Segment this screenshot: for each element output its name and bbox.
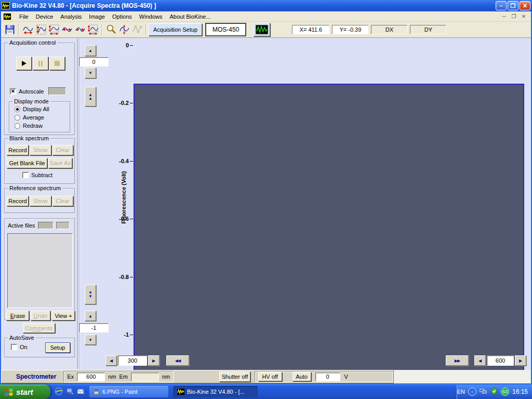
x-scroll-right-button[interactable]: ▶▶ bbox=[446, 355, 469, 366]
acquire-spectra-workspace: Acquisition control ✕ Autoscale Display … bbox=[1, 38, 531, 369]
shutter-toggle-button[interactable]: Shutter off bbox=[219, 371, 250, 382]
close-button[interactable]: ✕ bbox=[520, 1, 530, 10]
right-arrow-icon: ▶ bbox=[519, 359, 522, 363]
display-all-radio[interactable] bbox=[15, 107, 20, 112]
zoom-x-axis-icon[interactable] bbox=[21, 23, 34, 36]
acquisition-setup-button[interactable]: Acquisition Setup bbox=[149, 23, 202, 36]
device-button[interactable]: MOS-450 bbox=[205, 23, 246, 36]
scale-between-cursors-icon[interactable] bbox=[73, 23, 86, 36]
x-min-increase-button[interactable]: ▶ bbox=[148, 355, 159, 366]
y-scale-expand-button[interactable]: ▲▲ bbox=[85, 87, 96, 107]
voltage-unit-label: V bbox=[344, 374, 348, 380]
y-tick-label: -1 bbox=[105, 331, 129, 338]
blank-clear-button: Clear bbox=[52, 145, 73, 155]
scale-x-icon[interactable] bbox=[60, 23, 73, 36]
acquisition-control-group: Acquisition control ✕ Autoscale Display … bbox=[4, 43, 75, 135]
x-scroll-left-button[interactable]: ◀◀ bbox=[166, 355, 189, 366]
outlook-express-icon[interactable] bbox=[77, 388, 85, 396]
hv-toggle-button[interactable]: HV off bbox=[258, 372, 282, 381]
magnifier-icon[interactable] bbox=[104, 23, 117, 36]
task-biokine[interactable]: Bio-Kine 32 V4.80 - [... bbox=[174, 386, 258, 397]
cursor-dy-readout: DY bbox=[410, 25, 446, 34]
excitation-wavelength-field[interactable] bbox=[77, 373, 105, 381]
toolbar-separator bbox=[145, 24, 147, 35]
menu-windows[interactable]: Windows bbox=[136, 12, 166, 21]
start-button[interactable]: start bbox=[0, 384, 50, 399]
cursor-trace-icon[interactable] bbox=[117, 23, 130, 36]
menu-image[interactable]: Image bbox=[85, 12, 109, 21]
pause-button bbox=[33, 57, 48, 70]
mdi-close-button[interactable]: ✕ bbox=[520, 14, 528, 19]
x-max-decrease-button[interactable]: ◀ bbox=[474, 355, 486, 366]
menu-options[interactable]: Options bbox=[109, 12, 136, 21]
active-file-swatch-2 bbox=[56, 222, 70, 229]
hide-icons-chevron-icon[interactable]: ‹ bbox=[468, 388, 476, 396]
y-min-decrease-button[interactable]: ▼ bbox=[85, 335, 96, 345]
oscilloscope-display-button[interactable] bbox=[254, 23, 270, 36]
clock[interactable]: 16:15 bbox=[512, 388, 528, 395]
scale-xy-region-icon[interactable] bbox=[86, 23, 99, 36]
task-paint[interactable]: 6.PNG - Paint bbox=[89, 386, 168, 397]
cursor-dx-readout: DX bbox=[371, 25, 407, 34]
y-tick-label: -0.4 bbox=[105, 158, 129, 164]
active-files-label: Active files bbox=[8, 222, 35, 229]
network-icon[interactable] bbox=[480, 388, 487, 396]
security-shield-icon[interactable] bbox=[490, 388, 498, 396]
y-max-decrease-button[interactable]: ▼ bbox=[85, 68, 96, 78]
spectrum-plot-area[interactable] bbox=[134, 84, 524, 374]
x-min-decrease-button[interactable]: ◀ bbox=[105, 355, 117, 366]
save-icon[interactable] bbox=[3, 23, 16, 36]
y-min-increase-button[interactable]: ▲ bbox=[85, 311, 96, 321]
display-mode-group: Display mode Display All Average Redraw bbox=[9, 101, 70, 132]
average-radio[interactable] bbox=[15, 115, 20, 121]
language-indicator[interactable]: EN bbox=[457, 389, 465, 395]
spectrometer-status-bar: Spectrometer Ex nm Em nm Shutter off HV … bbox=[0, 370, 532, 383]
view-plus-button[interactable]: View + bbox=[52, 311, 75, 321]
zoom-xy-axis-icon[interactable] bbox=[47, 23, 60, 36]
autosave-on-checkbox[interactable] bbox=[11, 344, 17, 350]
zoom-y-axis-icon[interactable] bbox=[34, 23, 47, 36]
minimize-button[interactable]: – bbox=[496, 1, 507, 10]
x-max-value-field[interactable] bbox=[487, 355, 514, 366]
autosave-setup-button[interactable]: Setup bbox=[45, 342, 70, 353]
down-arrow-icon: ▼ bbox=[88, 71, 92, 75]
get-blank-file-button[interactable]: Get Blank File bbox=[7, 158, 47, 168]
reference-record-button[interactable]: Record bbox=[7, 196, 29, 206]
y-max-increase-button[interactable]: ▲ bbox=[85, 45, 96, 56]
battery-indicator[interactable]: 63 bbox=[501, 388, 509, 396]
menu-device[interactable]: Device bbox=[32, 12, 57, 21]
subtract-checkbox[interactable] bbox=[22, 172, 29, 178]
em-unit-label: nm bbox=[162, 374, 170, 380]
active-files-listbox[interactable] bbox=[7, 233, 73, 308]
mdi-restore-button[interactable]: ❐ bbox=[510, 14, 518, 19]
show-desktop-icon[interactable] bbox=[66, 388, 74, 396]
x-min-value-field[interactable] bbox=[118, 355, 147, 366]
cursor-x-readout: X= 411.6 bbox=[292, 25, 329, 34]
windows-flag-icon bbox=[4, 388, 14, 396]
x-max-increase-button[interactable]: ▶ bbox=[515, 355, 526, 366]
redraw-radio[interactable] bbox=[15, 123, 20, 129]
hv-voltage-field[interactable] bbox=[315, 373, 340, 381]
menu-about[interactable]: About BioKine... bbox=[166, 12, 214, 21]
em-label: Em bbox=[119, 374, 128, 380]
restore-button[interactable]: ❐ bbox=[508, 1, 518, 10]
undo-button: Undo bbox=[31, 311, 50, 321]
play-button[interactable] bbox=[16, 57, 32, 70]
menu-analysis[interactable]: Analysis bbox=[57, 12, 85, 21]
erase-button[interactable]: Erase bbox=[6, 311, 29, 321]
subtract-label: Subtract bbox=[31, 172, 52, 178]
internet-explorer-icon[interactable] bbox=[55, 387, 63, 396]
blank-record-button[interactable]: Record bbox=[7, 145, 29, 155]
y-axis-title: Fluorescence (Volt) bbox=[121, 161, 127, 234]
menu-file[interactable]: File bbox=[16, 12, 32, 21]
toolbar-separator bbox=[18, 24, 19, 35]
y-scale-shrink-button[interactable]: ▼▼ bbox=[85, 285, 96, 304]
hv-auto-button[interactable]: Auto bbox=[292, 372, 311, 381]
y-max-value-field[interactable] bbox=[79, 57, 109, 66]
mdi-minimize-button[interactable]: ─ bbox=[500, 14, 508, 19]
toolbar-separator bbox=[101, 24, 102, 35]
y-tick-label: -0.6 bbox=[105, 216, 129, 222]
autoscale-checkbox[interactable]: ✕ bbox=[10, 88, 16, 95]
ex-unit-label: nm bbox=[108, 374, 116, 380]
y-min-value-field[interactable] bbox=[79, 323, 109, 332]
